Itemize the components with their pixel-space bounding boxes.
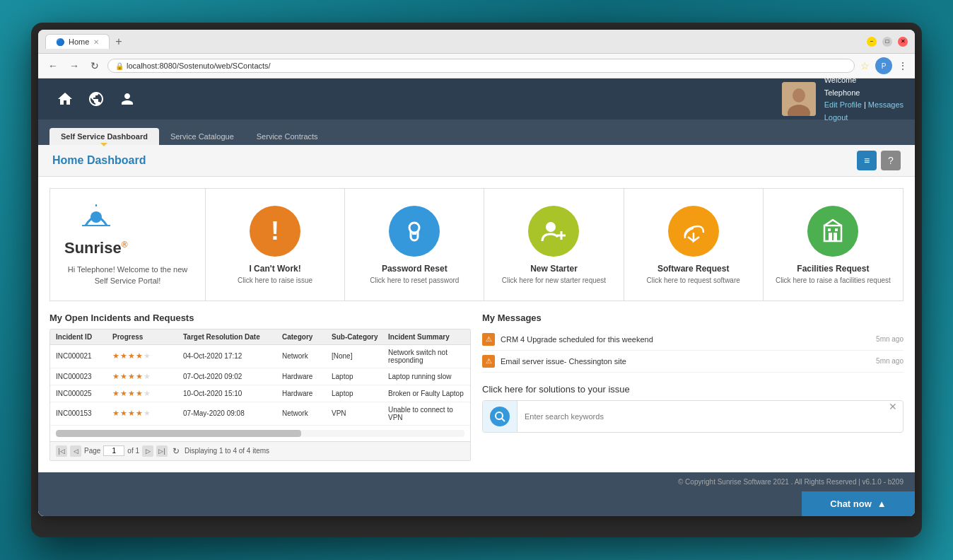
first-page-button[interactable]: |◁ — [56, 445, 67, 457]
facilitiesrequest-subtitle: Click here to raise a facilities request — [776, 276, 891, 284]
page-label: Page — [84, 447, 100, 455]
table-scrollbar[interactable] — [50, 426, 470, 441]
help-button[interactable]: ? — [881, 151, 901, 170]
page-header: Home Dashboard ≡ ? — [38, 145, 915, 177]
new-tab-button[interactable]: + — [115, 35, 122, 48]
svg-rect-12 — [829, 233, 832, 241]
tile-newstarter[interactable]: New Starter Click here for new starter r… — [484, 189, 624, 301]
newstarter-icon — [528, 206, 579, 257]
forward-button[interactable]: → — [66, 59, 82, 73]
list-view-button[interactable]: ≡ — [857, 151, 877, 170]
main-content: Sunrise® Hi Telephone! Welcome to the ne… — [38, 177, 915, 472]
messages-title: My Messages — [482, 313, 904, 323]
solutions-panel: Click here for solutions to your issue — [482, 384, 904, 433]
tab-title: Home — [69, 37, 89, 46]
svg-rect-7 — [412, 233, 416, 235]
svg-point-6 — [409, 223, 419, 233]
sunrise-logo: Sunrise® — [64, 203, 128, 257]
tab-favicon: 🔵 — [56, 38, 64, 46]
col-summary: Incident Summary — [388, 333, 464, 341]
col-date: Target Resolution Date — [183, 333, 282, 341]
app-footer: © Copyright Sunrise Software 2021 . All … — [38, 472, 915, 491]
browser-titlebar: 🔵 Home ✕ + − □ ✕ — [38, 30, 915, 54]
row-summary: Unable to connect to VPN — [388, 406, 464, 421]
home-nav-button[interactable] — [49, 83, 81, 115]
chat-bar: Chat now ▲ — [38, 491, 915, 516]
svg-point-8 — [546, 222, 556, 232]
chat-label: Chat now — [830, 498, 872, 509]
icantwork-subtitle: Click here to raise issue — [238, 276, 312, 284]
table-row[interactable]: INC000025 ★★★★★ 10-Oct-2020 15:10 Hardwa… — [50, 385, 470, 402]
tab-service-catalogue[interactable]: Service Catalogue — [159, 128, 245, 145]
home-label: Home — [52, 154, 83, 166]
copyright-text: © Copyright Sunrise Software 2021 . All … — [678, 478, 904, 486]
browser-tab[interactable]: 🔵 Home ✕ — [45, 34, 110, 49]
row-id: INC000153 — [56, 409, 112, 417]
tile-passwordreset[interactable]: Password Reset Click here to reset passw… — [345, 189, 484, 301]
globe-nav-button[interactable] — [81, 83, 112, 115]
row-subcategory: Laptop — [332, 373, 388, 380]
newstarter-title: New Starter — [530, 264, 578, 274]
col-progress: Progress — [112, 333, 183, 341]
address-bar[interactable]: 🔒 localhost:8080/Sostenuto/web/SContacts… — [107, 59, 855, 73]
svg-point-16 — [496, 412, 503, 419]
edit-profile-link[interactable]: Edit Profile — [824, 100, 862, 109]
tile-facilitiesrequest[interactable]: Facilities Request Click here to raise a… — [764, 189, 903, 301]
page-input[interactable] — [103, 445, 124, 456]
svg-rect-11 — [824, 226, 841, 241]
refresh-button[interactable]: ↻ — [170, 445, 182, 457]
tab-close-button[interactable]: ✕ — [93, 38, 99, 46]
next-page-button[interactable]: ▷ — [142, 445, 153, 457]
table-header: Incident ID Progress Target Resolution D… — [50, 329, 470, 345]
chat-chevron-icon: ▲ — [877, 498, 887, 509]
last-page-button[interactable]: ▷| — [156, 445, 168, 457]
messages-link[interactable]: Messages — [868, 100, 904, 109]
row-subcategory: VPN — [332, 409, 388, 417]
close-button[interactable]: ✕ — [898, 37, 908, 47]
col-category: Category — [282, 333, 332, 341]
tile-icantwork[interactable]: ! I Can't Work! Click here to raise issu… — [206, 189, 345, 301]
minimize-button[interactable]: − — [867, 37, 877, 47]
softwarerequest-icon — [668, 206, 719, 257]
search-clear-button[interactable]: ✕ — [883, 401, 903, 432]
search-icon-button[interactable] — [483, 401, 518, 432]
row-summary: Laptop running slow — [388, 373, 464, 380]
row-summary: Broken or Faulty Laptop — [388, 390, 464, 397]
table-footer: |◁ ◁ Page of 1 ▷ ▷| ↻ Displaying 1 to 4 … — [50, 441, 470, 460]
logout-link[interactable]: Logout — [824, 113, 848, 122]
user-panel: Welcome Telephone Edit Profile | Message… — [782, 74, 904, 124]
prev-page-button[interactable]: ◁ — [70, 445, 81, 457]
message-item[interactable]: ⚠ Email server issue- Chessington site 5… — [482, 351, 904, 373]
message-time: 5mn ago — [876, 357, 904, 365]
svg-rect-13 — [834, 233, 837, 241]
profile-button[interactable]: P — [875, 57, 892, 74]
maximize-button[interactable]: □ — [882, 37, 892, 47]
table-row[interactable]: INC000021 ★★★★★ 04-Oct-2020 17:12 Networ… — [50, 345, 470, 368]
user-info: Welcome Telephone Edit Profile | Message… — [824, 74, 904, 124]
back-button[interactable]: ← — [45, 59, 61, 73]
separator: | — [864, 100, 866, 109]
chat-now-button[interactable]: Chat now ▲ — [802, 491, 915, 516]
message-item[interactable]: ⚠ CRM 4 Upgrade scheduled for this weeke… — [482, 329, 904, 351]
messages-panel: My Messages ⚠ CRM 4 Upgrade scheduled fo… — [482, 313, 904, 373]
row-category: Network — [282, 352, 332, 360]
right-panel: My Messages ⚠ CRM 4 Upgrade scheduled fo… — [482, 313, 904, 461]
tab-self-service-dashboard[interactable]: Self Service Dashboard — [49, 128, 159, 145]
message-alert-icon: ⚠ — [482, 355, 495, 368]
solutions-title: Click here for solutions to your issue — [482, 384, 904, 395]
user-nav-button[interactable] — [112, 83, 143, 115]
solutions-search-input[interactable] — [518, 401, 883, 432]
reload-button[interactable]: ↻ — [88, 59, 102, 73]
search-circle-icon — [490, 407, 510, 426]
table-row[interactable]: INC000153 ★★★★★ 07-May-2020 09:08 Networ… — [50, 402, 470, 426]
newstarter-subtitle: Click here for new starter request — [502, 276, 606, 284]
table-row[interactable]: INC000023 ★★★★★ 07-Oct-2020 09:02 Hardwa… — [50, 368, 470, 385]
bookmark-star-icon[interactable]: ☆ — [860, 60, 870, 71]
tab-service-contracts[interactable]: Service Contracts — [245, 128, 329, 145]
row-summary: Network switch not responding — [388, 349, 464, 364]
browser-menu-button[interactable]: ⋮ — [898, 60, 908, 71]
service-tiles: Sunrise® Hi Telephone! Welcome to the ne… — [49, 188, 904, 301]
tile-softwarerequest[interactable]: Software Request Click here to request s… — [624, 189, 764, 301]
col-id: Incident ID — [56, 333, 112, 341]
row-date: 07-May-2020 09:08 — [183, 409, 282, 417]
